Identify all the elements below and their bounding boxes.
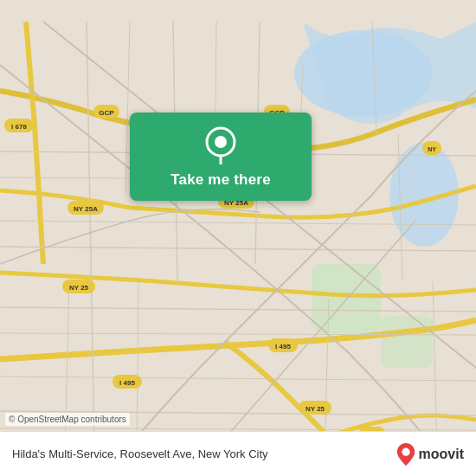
take-me-there-label: Take me there — [170, 171, 271, 189]
svg-text:NY 25: NY 25 — [306, 405, 325, 413]
svg-text:NY 25: NY 25 — [69, 284, 89, 292]
location-text: Hilda's Multi-Service, Roosevelt Ave, Ne… — [12, 447, 396, 460]
map-roads: NY 25A NY 25 GCP GCP NY 25A I 495 I 495 … — [0, 0, 476, 476]
moovit-text: moovit — [419, 447, 464, 462]
svg-text:NY 25A: NY 25A — [74, 205, 98, 213]
svg-rect-2 — [312, 264, 381, 333]
copyright-text: © OpenStreetMap contributors — [5, 413, 130, 426]
svg-text:I 495: I 495 — [275, 343, 291, 351]
svg-rect-3 — [381, 316, 433, 368]
svg-text:GCP: GCP — [99, 109, 114, 117]
location-pin-icon — [202, 126, 240, 164]
map-container: NY 25A NY 25 GCP GCP NY 25A I 495 I 495 … — [0, 0, 476, 476]
svg-point-29 — [215, 136, 227, 148]
moovit-logo: moovit — [396, 443, 464, 466]
svg-text:NY: NY — [428, 146, 436, 152]
svg-text:I 678: I 678 — [11, 123, 27, 131]
bottom-bar: Hilda's Multi-Service, Roosevelt Ave, Ne… — [0, 431, 476, 476]
moovit-pin-icon — [396, 443, 415, 466]
take-me-there-button[interactable]: Take me there — [130, 113, 312, 201]
svg-text:I 495: I 495 — [119, 379, 135, 387]
svg-point-31 — [402, 447, 409, 455]
